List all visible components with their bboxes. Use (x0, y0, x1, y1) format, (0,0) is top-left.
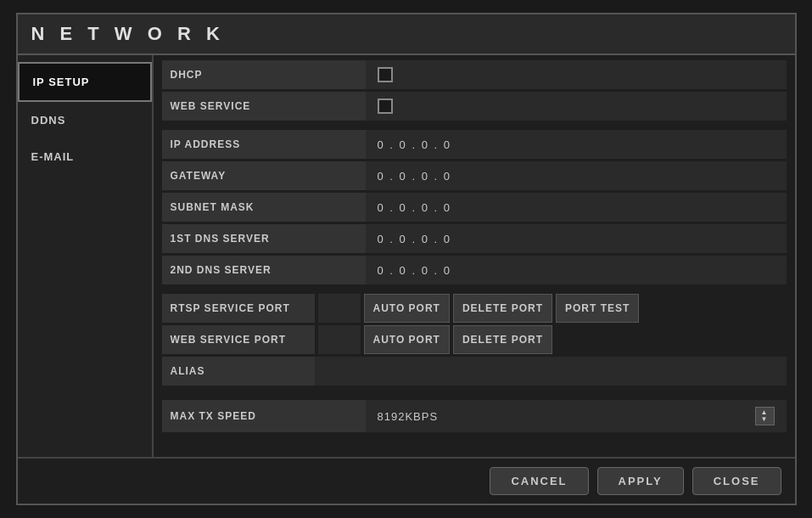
gateway-value[interactable]: 0 . 0 . 0 . 0 (366, 161, 787, 190)
web-service-port-label: WEB SERVICE PORT (162, 325, 315, 354)
web-service-port-row: WEB SERVICE PORT AUTO PORT DELETE PORT (162, 325, 787, 354)
dns2-row: 2ND DNS SERVER 0 . 0 . 0 . 0 (162, 256, 787, 284)
web-delete-port-button[interactable]: DELETE PORT (453, 325, 552, 354)
apply-button[interactable]: APPLY (597, 467, 684, 495)
sidebar-item-email[interactable]: E-MAIL (18, 138, 152, 175)
rtsp-port-test-button[interactable]: PORT TEST (556, 294, 639, 323)
sidebar-item-ip-setup[interactable]: IP SETUP (18, 62, 152, 102)
web-auto-port-button[interactable]: AUTO PORT (364, 325, 450, 354)
spinner-down-icon[interactable]: ▼ (761, 416, 769, 423)
alias-value[interactable] (315, 357, 787, 386)
max-tx-speed-row: MAX TX SPEED 8192KBPS ▲ ▼ (162, 400, 787, 432)
ip-address-label: IP ADDRESS (162, 130, 366, 159)
ip-address-value[interactable]: 0 . 0 . 0 . 0 (366, 130, 787, 159)
subnet-mask-value[interactable]: 0 . 0 . 0 . 0 (366, 193, 787, 222)
subnet-mask-row: SUBNET MASK 0 . 0 . 0 . 0 (162, 193, 787, 222)
web-service-checkbox-cell (366, 92, 787, 121)
dns1-value[interactable]: 0 . 0 . 0 . 0 (366, 224, 787, 253)
alias-row: ALIAS (162, 357, 787, 386)
web-service-row: WEB SERVICE (162, 92, 787, 121)
speed-spinner[interactable]: ▲ ▼ (755, 407, 775, 425)
dns1-row: 1ST DNS SERVER 0 . 0 . 0 . 0 (162, 224, 787, 253)
max-tx-speed-label: MAX TX SPEED (162, 400, 366, 432)
close-button[interactable]: CLOSE (692, 467, 781, 495)
sidebar-item-ddns[interactable]: DDNS (18, 102, 152, 138)
dhcp-checkbox-cell (366, 60, 787, 89)
subnet-mask-label: SUBNET MASK (162, 193, 366, 222)
cancel-button[interactable]: CANCEL (490, 467, 588, 495)
web-service-checkbox[interactable] (378, 99, 393, 114)
rtsp-auto-port-button[interactable]: AUTO PORT (364, 294, 450, 323)
ip-address-row: IP ADDRESS 0 . 0 . 0 . 0 (162, 130, 787, 159)
alias-label: ALIAS (162, 357, 315, 386)
dhcp-row: DHCP (162, 60, 787, 89)
title-bar: N E T W O R K (18, 14, 795, 55)
dhcp-label: DHCP (162, 60, 366, 89)
main-panel: DHCP WEB SERVICE IP ADDRESS 0 . 0 . 0 . … (154, 55, 795, 457)
max-tx-speed-value[interactable]: 8192KBPS ▲ ▼ (366, 400, 787, 432)
dns2-value[interactable]: 0 . 0 . 0 . 0 (366, 256, 787, 284)
gateway-label: GATEWAY (162, 161, 366, 190)
window-title: N E T W O R K (31, 23, 781, 45)
footer: CANCEL APPLY CLOSE (18, 457, 795, 504)
rtsp-delete-port-button[interactable]: DELETE PORT (453, 294, 552, 323)
rtsp-port-input[interactable] (318, 294, 361, 323)
web-service-label: WEB SERVICE (162, 92, 366, 121)
dns1-label: 1ST DNS SERVER (162, 224, 366, 253)
dhcp-checkbox[interactable] (378, 67, 393, 82)
rtsp-row: RTSP SERVICE PORT AUTO PORT DELETE PORT … (162, 294, 787, 323)
gateway-row: GATEWAY 0 . 0 . 0 . 0 (162, 161, 787, 190)
content-area: IP SETUP DDNS E-MAIL DHCP WEB SERVICE (18, 55, 795, 457)
rtsp-label: RTSP SERVICE PORT (162, 294, 315, 323)
network-window: N E T W O R K IP SETUP DDNS E-MAIL DHCP (16, 13, 797, 505)
dns2-label: 2ND DNS SERVER (162, 256, 366, 284)
web-service-port-input[interactable] (318, 325, 361, 354)
sidebar: IP SETUP DDNS E-MAIL (18, 55, 154, 457)
